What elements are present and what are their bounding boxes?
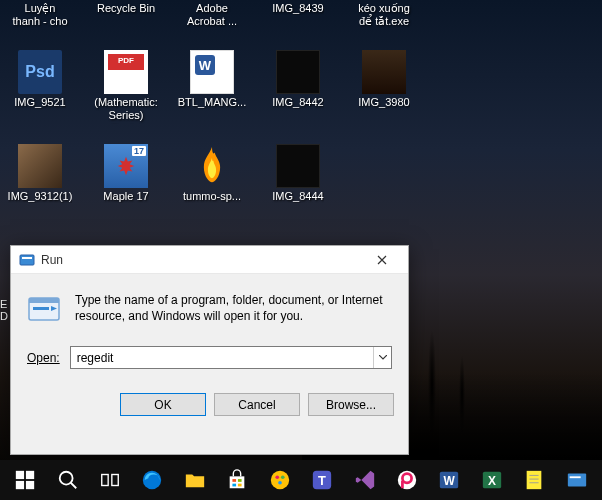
run-body: Type the name of a program, folder, docu…: [11, 274, 408, 381]
svg-rect-11: [102, 475, 108, 486]
taskbar-picsart[interactable]: [386, 460, 428, 500]
svg-text:T: T: [318, 473, 326, 488]
cancel-button[interactable]: Cancel: [214, 393, 300, 416]
svg-rect-15: [238, 479, 242, 482]
open-dropdown-button[interactable]: [373, 347, 391, 368]
run-app-icon: [27, 292, 61, 326]
desktop-icon[interactable]: IMG_8444: [268, 144, 328, 203]
browse-button[interactable]: Browse...: [308, 393, 394, 416]
svg-rect-7: [16, 481, 24, 489]
run-title: Run: [41, 253, 362, 267]
taskbar-task-view[interactable]: [89, 460, 131, 500]
taskbar-word[interactable]: W: [428, 460, 470, 500]
search-icon: [57, 469, 79, 491]
taskbar-notes[interactable]: [513, 460, 555, 500]
psd-icon: Psd: [18, 50, 62, 94]
svg-rect-1: [22, 257, 32, 259]
svg-line-10: [70, 483, 76, 489]
occluded-icon: ED: [0, 298, 10, 358]
svg-rect-14: [233, 479, 237, 482]
desktop-icon[interactable]: (Mathematic: Series) Davi...: [96, 50, 156, 124]
taskbar-start[interactable]: [4, 460, 46, 500]
taskbar-edge[interactable]: [131, 460, 173, 500]
close-icon: [377, 255, 387, 265]
svg-rect-3: [29, 298, 59, 303]
open-input[interactable]: [70, 346, 392, 369]
desktop-icon[interactable]: PsdIMG_9521: [10, 50, 70, 124]
svg-text:X: X: [488, 474, 496, 488]
chevron-down-icon: [379, 355, 387, 360]
store-icon: [226, 469, 248, 491]
desktop-icon-label: IMG_9312(1): [8, 190, 73, 203]
svg-point-20: [281, 475, 285, 479]
desktop-icon[interactable]: Luyện thanh - cho gion...: [10, 0, 70, 30]
edge-icon: [141, 469, 163, 491]
svg-text:W: W: [444, 474, 456, 488]
desktop-icon[interactable]: 17Maple 17: [96, 144, 156, 203]
desktop-icon-label: Maple 17: [103, 190, 148, 203]
pdf-icon: [104, 50, 148, 94]
svg-rect-36: [569, 476, 580, 478]
taskbar-folder[interactable]: [174, 460, 216, 500]
folder-icon: [184, 469, 206, 491]
desktop-icon[interactable]: Recycle Bin: [96, 0, 156, 30]
teams-icon: T: [311, 469, 333, 491]
docx-icon: [190, 50, 234, 94]
dark-icon: [276, 50, 320, 94]
desktop-icon-label: IMG_8444: [272, 190, 323, 203]
svg-rect-4: [33, 307, 49, 310]
open-label: Open:: [27, 351, 60, 365]
paint-icon: [269, 469, 291, 491]
desktop-icon[interactable]: IMG_8442: [268, 50, 328, 124]
svg-point-9: [59, 472, 72, 485]
desktop-icon[interactable]: kéo xuống để tắt.exe: [354, 0, 414, 30]
svg-rect-8: [26, 481, 34, 489]
fire-icon: [190, 144, 234, 188]
taskbar-store[interactable]: [216, 460, 258, 500]
desktop-icon-label: Luyện thanh - cho gion...: [10, 2, 70, 30]
run-titlebar: Run: [11, 246, 408, 274]
task-view-icon: [99, 469, 121, 491]
run-icon: [566, 469, 588, 491]
desktop-icon[interactable]: BTL_MANG...: [182, 50, 242, 124]
excel-icon: X: [481, 469, 503, 491]
desktop-icon-label: (Mathematic: Series) Davi...: [94, 96, 158, 124]
svg-rect-17: [238, 484, 242, 487]
desktop-icon-label: IMG_8442: [272, 96, 323, 109]
svg-rect-0: [20, 255, 34, 265]
picsart-icon: [396, 469, 418, 491]
notes-icon: [523, 469, 545, 491]
desktop-icon[interactable]: IMG_3980: [354, 50, 414, 124]
run-button-row: OK Cancel Browse...: [11, 381, 408, 428]
visual-studio-icon: [354, 469, 376, 491]
taskbar-search[interactable]: [46, 460, 88, 500]
svg-point-21: [278, 481, 282, 485]
svg-point-18: [271, 471, 289, 489]
desktop-icon-label: IMG_8439: [272, 2, 323, 15]
close-button[interactable]: [362, 247, 402, 273]
desktop-icon-label: IMG_9521: [14, 96, 65, 109]
taskbar-excel[interactable]: X: [471, 460, 513, 500]
desktop-icon[interactable]: IMG_9312(1): [10, 144, 70, 203]
desktop-icon-label: Recycle Bin: [97, 2, 155, 15]
taskbar-paint[interactable]: [259, 460, 301, 500]
ok-button[interactable]: OK: [120, 393, 206, 416]
run-dialog: Run Type the name of a program, folder, …: [10, 245, 409, 455]
taskbar-teams[interactable]: T: [301, 460, 343, 500]
desktop-icon[interactable]: tummo-sp...: [182, 144, 242, 203]
taskbar-run[interactable]: [555, 460, 597, 500]
maple-icon: 17: [104, 144, 148, 188]
svg-rect-31: [527, 471, 542, 489]
desktop-icon-label: tummo-sp...: [183, 190, 241, 203]
desktop-icon[interactable]: Adobe Acrobat ...: [182, 0, 242, 30]
desktop-icon-label: Adobe Acrobat ...: [182, 2, 242, 28]
desktop-icon[interactable]: IMG_8439: [268, 0, 328, 30]
dark-icon: [276, 144, 320, 188]
taskbar-visual-studio[interactable]: [343, 460, 385, 500]
brown-icon: [362, 50, 406, 94]
run-description: Type the name of a program, folder, docu…: [75, 292, 392, 324]
run-title-icon: [19, 252, 35, 268]
svg-rect-5: [16, 471, 24, 479]
desktop-icon-label: IMG_3980: [358, 96, 409, 109]
svg-rect-16: [233, 484, 237, 487]
